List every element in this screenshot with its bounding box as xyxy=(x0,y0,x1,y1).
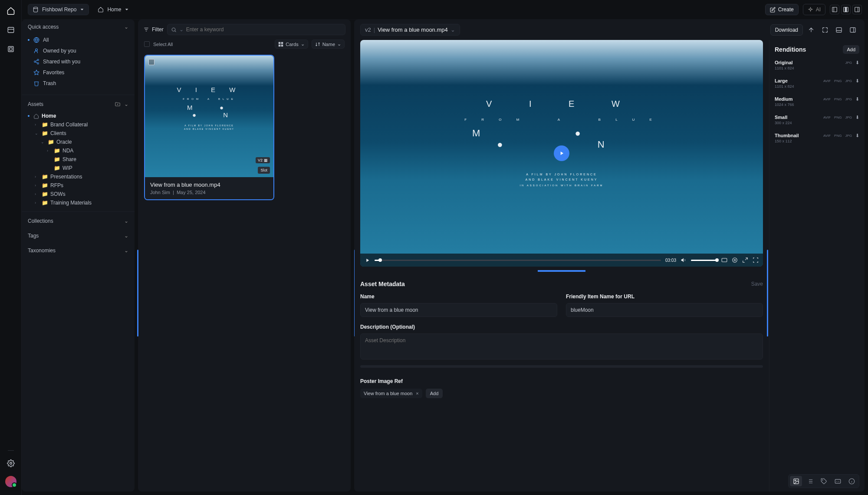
tags-header[interactable]: Tags⌄ xyxy=(22,228,135,243)
scrollbar[interactable] xyxy=(360,365,763,368)
download-icon[interactable]: ⬇ xyxy=(855,78,859,84)
tree-oracle[interactable]: ⌄📁Oracle xyxy=(25,138,131,146)
card-checkbox[interactable] xyxy=(148,59,155,65)
rendition-dimensions: 150 x 112 xyxy=(775,139,799,143)
tree-sows[interactable]: ›📁SOWs xyxy=(25,190,131,198)
volume-slider[interactable] xyxy=(691,260,717,261)
rendition-item: Thumbnail 150 x 112 AVIFPNGJPG ⬇ xyxy=(775,133,859,143)
cc-icon[interactable] xyxy=(721,257,727,263)
description-input[interactable] xyxy=(360,333,763,360)
tab-image-icon[interactable] xyxy=(790,476,802,486)
download-icon[interactable]: ⬇ xyxy=(855,115,859,120)
volume-icon[interactable] xyxy=(681,257,687,263)
play-button[interactable] xyxy=(554,145,569,161)
home-icon[interactable] xyxy=(6,6,16,16)
view-label: Cards xyxy=(286,42,298,47)
panel-right-icon[interactable] xyxy=(847,24,858,36)
create-button[interactable]: Create xyxy=(765,4,799,15)
sidebar-item-shared[interactable]: Shared with you xyxy=(25,56,131,67)
tree-clients[interactable]: ⌄📁Clients xyxy=(25,129,131,138)
chevron-down-icon: ⌄ xyxy=(124,218,128,224)
asset-card[interactable]: V I E W FROM A BLUE M ● ● N A FILM BY JO… xyxy=(144,55,274,200)
renditions-panel: Renditions Add Original 1101 x 824 JPG ⬇… xyxy=(769,40,865,492)
sidebar-item-label: All xyxy=(43,37,49,43)
panel-toggle-icon[interactable] xyxy=(833,24,845,36)
sort-selector[interactable]: Name ⌄ xyxy=(312,40,345,49)
poster-chip-label: View from a blue moon xyxy=(364,391,412,396)
search-field[interactable] xyxy=(186,26,342,33)
tab-cc-icon[interactable] xyxy=(832,476,844,486)
quick-access-header[interactable]: Quick access ⌄ xyxy=(22,20,135,34)
repo-selector[interactable]: Fishbowl Repo xyxy=(28,4,89,15)
breadcrumb-home[interactable]: Home xyxy=(93,4,133,15)
video-player[interactable]: V I E W F R O M A B L U E M ● ● N A FILM… xyxy=(360,40,763,267)
filter-button[interactable]: Filter xyxy=(143,26,164,33)
tab-list-icon[interactable] xyxy=(804,476,816,486)
chevron-down-icon: ⌄ xyxy=(337,41,341,47)
star-icon xyxy=(33,69,39,76)
panel-icon[interactable] xyxy=(6,25,16,35)
svg-line-17 xyxy=(36,60,37,61)
tree-label: Home xyxy=(42,113,56,119)
name-input[interactable] xyxy=(360,303,557,317)
folder-icon: 📁 xyxy=(42,174,48,180)
friendly-input[interactable] xyxy=(566,303,763,317)
sidebar-item-trash[interactable]: Trash xyxy=(25,78,131,89)
format-label: JPG xyxy=(845,61,852,65)
tree-presentations[interactable]: ›📁Presentations xyxy=(25,172,131,181)
panel-left-toggle[interactable] xyxy=(830,5,839,14)
user-avatar[interactable] xyxy=(5,476,16,487)
collections-header[interactable]: Collections⌄ xyxy=(22,214,135,228)
tree-training[interactable]: ›📁Training Materials xyxy=(25,198,131,207)
add-poster-button[interactable]: Add xyxy=(426,389,443,398)
tree-nda[interactable]: ›📁NDA xyxy=(25,146,131,155)
chevron-down-icon xyxy=(125,7,129,12)
select-all-checkbox[interactable] xyxy=(144,41,150,47)
tab-info-icon[interactable] xyxy=(845,476,858,486)
remove-chip-icon[interactable]: × xyxy=(416,391,418,396)
sidebar-item-owned[interactable]: Owned by you xyxy=(25,45,131,56)
sidebar-item-all[interactable]: All xyxy=(25,34,131,45)
video-controls: 03:03 xyxy=(360,254,763,267)
tree-home[interactable]: Home xyxy=(25,112,131,120)
svg-point-46 xyxy=(822,479,822,480)
download-icon[interactable]: ⬇ xyxy=(855,60,859,66)
asset-breadcrumb[interactable]: v2 | View from a blue moon.mp4 ⌄ xyxy=(360,24,460,36)
assets-header[interactable]: Assets ⌄ xyxy=(22,97,135,112)
tree-rfps[interactable]: ›📁RFPs xyxy=(25,181,131,190)
download-icon[interactable]: ⬇ xyxy=(855,96,859,102)
svg-rect-33 xyxy=(850,27,855,32)
settings-gear-icon[interactable] xyxy=(732,257,738,263)
ai-button[interactable]: AI xyxy=(803,4,825,15)
settings-icon[interactable] xyxy=(6,459,16,468)
add-folder-icon[interactable] xyxy=(115,101,121,107)
select-all[interactable]: Select All xyxy=(144,41,173,47)
expand-icon[interactable] xyxy=(819,24,831,36)
files-icon[interactable] xyxy=(6,44,16,54)
play-icon[interactable] xyxy=(365,257,370,263)
progress-bar[interactable] xyxy=(375,260,661,261)
save-button[interactable]: Save xyxy=(751,281,763,287)
taxonomies-header[interactable]: Taxonomies⌄ xyxy=(22,243,135,258)
add-rendition-button[interactable]: Add xyxy=(843,45,859,54)
popout-icon[interactable] xyxy=(742,257,748,263)
panel-right-toggle[interactable] xyxy=(852,5,862,14)
tree-brand[interactable]: ›📁Brand Collateral xyxy=(25,120,131,129)
fullscreen-icon[interactable] xyxy=(753,257,759,263)
name-label: Name xyxy=(360,294,557,300)
upload-icon[interactable] xyxy=(806,24,817,36)
download-button[interactable]: Download xyxy=(770,24,803,36)
search-input[interactable]: ⌄ xyxy=(167,24,345,35)
format-label: PNG xyxy=(834,97,842,101)
sidebar-item-favorites[interactable]: Favorites xyxy=(25,67,131,78)
thumbnail-strip[interactable] xyxy=(360,268,763,274)
rendition-item: Original 1101 x 824 JPG ⬇ xyxy=(775,60,859,70)
tree-share[interactable]: 📁Share xyxy=(25,155,131,164)
download-icon[interactable]: ⬇ xyxy=(855,133,859,139)
tree-wip[interactable]: 📁WIP xyxy=(25,164,131,172)
folder-icon: 📁 xyxy=(42,191,48,197)
panel-center-toggle[interactable] xyxy=(841,5,851,14)
format-label: PNG xyxy=(834,134,842,138)
tab-tag-icon[interactable] xyxy=(818,476,830,486)
view-selector[interactable]: Cards ⌄ xyxy=(275,40,308,49)
